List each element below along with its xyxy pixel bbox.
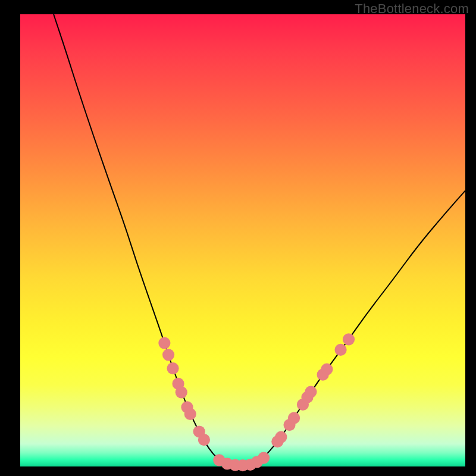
- data-dot: [275, 431, 287, 443]
- data-dot: [334, 344, 346, 356]
- data-dot: [162, 349, 174, 361]
- data-dot: [343, 333, 355, 345]
- data-dot: [184, 408, 196, 420]
- data-dot: [176, 386, 187, 398]
- data-dot: [158, 337, 170, 349]
- data-dot: [288, 412, 300, 424]
- data-dots: [158, 333, 355, 471]
- data-dot: [305, 386, 317, 398]
- watermark-text: TheBottleneck.com: [355, 1, 469, 17]
- plot-area: [20, 14, 465, 466]
- chart-frame: TheBottleneck.com: [0, 0, 476, 476]
- bottleneck-curve: [54, 14, 465, 466]
- chart-svg: [20, 14, 465, 466]
- data-dot: [258, 452, 270, 464]
- data-dot: [321, 364, 333, 375]
- data-dot: [167, 362, 178, 374]
- data-dot: [198, 434, 210, 446]
